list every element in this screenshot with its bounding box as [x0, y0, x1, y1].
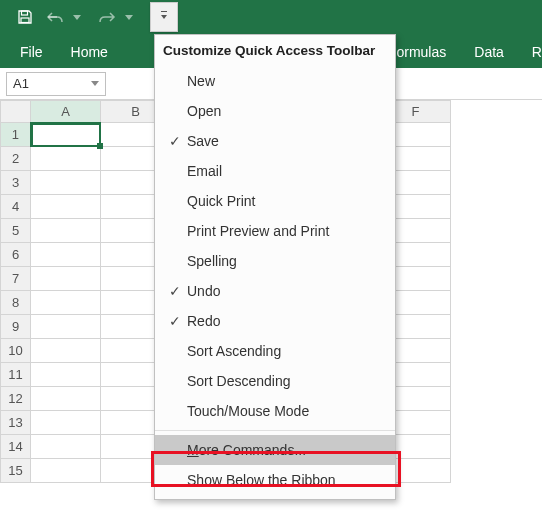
- tab-partial[interactable]: R: [518, 36, 542, 68]
- menu-item-label: Email: [187, 163, 395, 179]
- menu-item-label: Spelling: [187, 253, 395, 269]
- row-header[interactable]: 2: [1, 147, 31, 171]
- menu-item-show-below-ribbon[interactable]: Show Below the Ribbon: [155, 465, 395, 495]
- row-header[interactable]: 13: [1, 411, 31, 435]
- chevron-down-icon[interactable]: [91, 81, 99, 86]
- cell[interactable]: [31, 219, 101, 243]
- menu-item-label: Open: [187, 103, 395, 119]
- cell[interactable]: [31, 411, 101, 435]
- menu-item[interactable]: ✓Save: [155, 126, 395, 156]
- row-header[interactable]: 9: [1, 315, 31, 339]
- menu-item-more-commands[interactable]: More Commands...: [155, 435, 395, 465]
- menu-item-label: Undo: [187, 283, 395, 299]
- menu-item-label: Sort Descending: [187, 373, 395, 389]
- cell[interactable]: [31, 315, 101, 339]
- tab-home[interactable]: Home: [57, 36, 122, 68]
- menu-item[interactable]: Sort Ascending: [155, 336, 395, 366]
- cell[interactable]: [31, 387, 101, 411]
- title-bar: [0, 0, 542, 34]
- cell[interactable]: [31, 291, 101, 315]
- menu-item-label: Sort Ascending: [187, 343, 395, 359]
- row-header[interactable]: 6: [1, 243, 31, 267]
- row-header[interactable]: 7: [1, 267, 31, 291]
- menu-item-label: Print Preview and Print: [187, 223, 395, 239]
- redo-dropdown-icon[interactable]: [114, 0, 144, 34]
- menu-item[interactable]: Open: [155, 96, 395, 126]
- row-header[interactable]: 15: [1, 459, 31, 483]
- menu-item[interactable]: Touch/Mouse Mode: [155, 396, 395, 426]
- tab-file[interactable]: File: [6, 36, 57, 68]
- row-header[interactable]: 5: [1, 219, 31, 243]
- row-header[interactable]: 10: [1, 339, 31, 363]
- checkmark-icon: ✓: [163, 133, 187, 149]
- menu-item[interactable]: Spelling: [155, 246, 395, 276]
- name-box-value: A1: [13, 76, 29, 91]
- menu-item[interactable]: New: [155, 66, 395, 96]
- menu-item[interactable]: ✓Undo: [155, 276, 395, 306]
- svg-rect-1: [21, 18, 29, 23]
- menu-separator: [155, 430, 395, 431]
- menu-item[interactable]: ✓Redo: [155, 306, 395, 336]
- save-icon[interactable]: [10, 0, 40, 34]
- menu-item-label: Touch/Mouse Mode: [187, 403, 395, 419]
- chevron-down-icon: [161, 15, 167, 19]
- column-header[interactable]: A: [31, 101, 101, 123]
- cell[interactable]: [31, 147, 101, 171]
- row-header[interactable]: 11: [1, 363, 31, 387]
- cell[interactable]: [31, 243, 101, 267]
- menu-item-label: Redo: [187, 313, 395, 329]
- tab-data[interactable]: Data: [460, 36, 518, 68]
- row-header[interactable]: 8: [1, 291, 31, 315]
- cell[interactable]: [31, 195, 101, 219]
- customize-qat-button[interactable]: [150, 2, 178, 32]
- select-all-corner[interactable]: [1, 101, 31, 123]
- menu-item[interactable]: Print Preview and Print: [155, 216, 395, 246]
- cell[interactable]: [31, 123, 101, 147]
- cell[interactable]: [31, 363, 101, 387]
- menu-item-label: Show Below the Ribbon: [187, 472, 395, 488]
- row-header[interactable]: 12: [1, 387, 31, 411]
- menu-title: Customize Quick Access Toolbar: [155, 35, 395, 66]
- cell[interactable]: [31, 171, 101, 195]
- row-header[interactable]: 4: [1, 195, 31, 219]
- customize-qat-menu: Customize Quick Access Toolbar NewOpen✓S…: [154, 34, 396, 500]
- row-header[interactable]: 3: [1, 171, 31, 195]
- menu-item[interactable]: Quick Print: [155, 186, 395, 216]
- cell[interactable]: [31, 267, 101, 291]
- menu-item-label: Quick Print: [187, 193, 395, 209]
- cell[interactable]: [31, 435, 101, 459]
- cell[interactable]: [31, 339, 101, 363]
- cell[interactable]: [31, 459, 101, 483]
- row-header[interactable]: 1: [1, 123, 31, 147]
- menu-item-label: New: [187, 73, 395, 89]
- menu-item-label: Save: [187, 133, 395, 149]
- checkmark-icon: ✓: [163, 313, 187, 329]
- menu-item[interactable]: Email: [155, 156, 395, 186]
- menu-item-label: More Commands...: [187, 442, 395, 458]
- undo-dropdown-icon[interactable]: [62, 0, 92, 34]
- checkmark-icon: ✓: [163, 283, 187, 299]
- menu-item[interactable]: Sort Descending: [155, 366, 395, 396]
- name-box[interactable]: A1: [6, 72, 106, 96]
- row-header[interactable]: 14: [1, 435, 31, 459]
